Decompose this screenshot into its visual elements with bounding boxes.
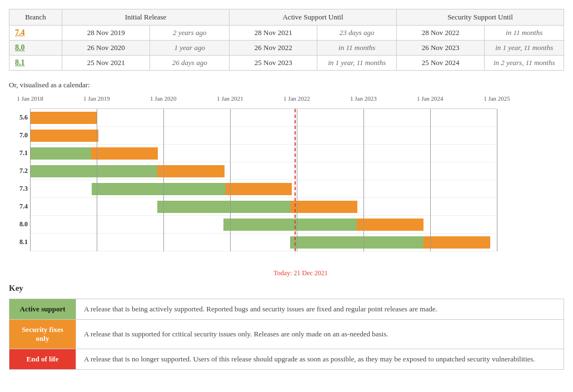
- initial-rel: 1 year ago: [150, 41, 230, 56]
- gridline: [430, 109, 431, 251]
- security-rel: in 11 months: [485, 26, 564, 41]
- release-table: Branch Initial Release Active Support Un…: [9, 9, 564, 71]
- initial-date: 26 Nov 2020: [62, 41, 150, 56]
- initial-rel: 26 days ago: [150, 56, 230, 71]
- chart-row: 7.3: [30, 180, 497, 198]
- row-label: 8.0: [9, 220, 28, 229]
- chart-row: 7.2: [30, 162, 497, 180]
- key-color-label: Security fixes only: [9, 320, 76, 349]
- year-label: 1 Jan 2020: [150, 95, 177, 102]
- key-color-label: End of life: [9, 349, 76, 370]
- row-label: 7.0: [9, 131, 28, 140]
- year-label: 1 Jan 2018: [17, 95, 43, 102]
- bar-segment-orange: [30, 112, 97, 124]
- key-description: A release that is supported for critical…: [76, 320, 564, 349]
- chart-row: 5.6: [30, 109, 497, 127]
- bar-segment-green: [290, 236, 423, 249]
- key-table: Active support A release that is being a…: [9, 299, 564, 370]
- row-label: 5.6: [9, 113, 28, 122]
- col-header-security: Security Support Until: [396, 9, 564, 26]
- chart-row: 8.1: [30, 234, 497, 251]
- bar-segment-green: [92, 183, 225, 195]
- initial-date: 28 Nov 2019: [62, 26, 150, 41]
- security-date: 28 Nov 2022: [396, 26, 484, 41]
- security-rel: in 2 years, 11 months: [485, 56, 564, 71]
- key-description: A release that is no longer supported. U…: [76, 349, 564, 370]
- branch-cell[interactable]: 8.0: [9, 41, 62, 56]
- key-row: Active support A release that is being a…: [9, 299, 564, 320]
- branch-cell[interactable]: 7.4: [9, 26, 62, 41]
- initial-rel: 2 years ago: [150, 26, 230, 41]
- bar-segment-orange: [226, 183, 292, 195]
- col-header-active: Active Support Until: [230, 9, 397, 26]
- today-line: [295, 109, 296, 251]
- active-rel: in 1 year, 11 months: [317, 56, 397, 71]
- bar-segment-orange: [30, 130, 98, 142]
- gridline: [97, 109, 97, 251]
- security-date: 25 Nov 2024: [396, 56, 484, 71]
- gridline: [363, 109, 364, 251]
- calendar-section: Or, visualised as a calendar: 1 Jan 2018…: [9, 81, 564, 267]
- gridline: [230, 109, 231, 251]
- today-label: Today: 21 Dec 2021: [273, 269, 327, 277]
- row-label: 8.1: [9, 238, 28, 246]
- chart-row: 7.0: [30, 127, 497, 145]
- bar-segment-green: [30, 165, 157, 177]
- active-rel: in 11 months: [317, 41, 397, 56]
- chart-wrapper: 1 Jan 20181 Jan 20191 Jan 20201 Jan 2021…: [9, 95, 564, 267]
- year-label: 1 Jan 2019: [83, 95, 110, 102]
- bar-segment-green: [223, 219, 357, 231]
- key-row: End of life A release that is no longer …: [9, 349, 564, 370]
- year-label: 1 Jan 2022: [283, 95, 310, 102]
- bar-segment-orange: [91, 147, 158, 160]
- key-title: Key: [9, 284, 564, 293]
- bar-segment-orange: [423, 236, 490, 249]
- chart-row: 7.1: [30, 145, 497, 162]
- key-section: Key Active support A release that is bei…: [9, 284, 564, 370]
- row-label: 7.2: [9, 167, 28, 175]
- bar-segment-green: [157, 201, 291, 213]
- key-color-label: Active support: [9, 299, 76, 320]
- bar-segment-orange: [291, 201, 357, 213]
- key-row: Security fixes only A release that is su…: [9, 320, 564, 349]
- gridline: [163, 109, 164, 251]
- active-date: 28 Nov 2021: [230, 26, 317, 41]
- gridline: [497, 109, 497, 251]
- security-rel: in 1 year, 11 months: [485, 41, 564, 56]
- branch-cell[interactable]: 8.1: [9, 56, 62, 71]
- row-label: 7.4: [9, 202, 28, 211]
- gridline: [30, 109, 31, 251]
- year-label: 1 Jan 2025: [484, 95, 510, 102]
- active-rel: 23 days ago: [317, 26, 397, 41]
- active-date: 25 Nov 2023: [230, 56, 317, 71]
- bar-segment-green: [30, 147, 91, 160]
- calendar-intro: Or, visualised as a calendar:: [9, 81, 564, 90]
- col-header-initial: Initial Release: [62, 9, 230, 26]
- col-header-branch: Branch: [9, 9, 62, 26]
- chart-row: 8.0: [30, 216, 497, 234]
- gridline: [297, 109, 297, 251]
- year-label: 1 Jan 2021: [217, 95, 243, 102]
- initial-date: 25 Nov 2021: [62, 56, 150, 71]
- bar-segment-orange: [357, 219, 423, 231]
- bar-segment-orange: [157, 165, 224, 177]
- security-date: 26 Nov 2023: [396, 41, 484, 56]
- key-description: A release that is being actively support…: [76, 299, 564, 320]
- year-label: 1 Jan 2024: [417, 95, 444, 102]
- chart-row: 7.4: [30, 198, 497, 216]
- active-date: 26 Nov 2022: [230, 41, 317, 56]
- row-label: 7.3: [9, 185, 28, 193]
- year-label: 1 Jan 2023: [350, 95, 377, 102]
- row-label: 7.1: [9, 149, 28, 157]
